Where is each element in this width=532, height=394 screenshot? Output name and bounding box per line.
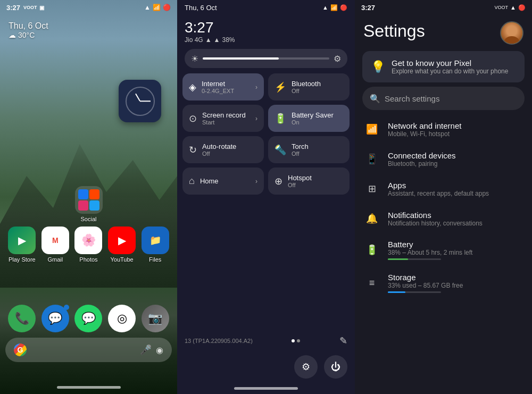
- gmail-label: Gmail: [48, 256, 63, 263]
- settings-item-apps-text: Apps Assistant, recent apps, default app…: [388, 181, 489, 197]
- playstore-label: Play Store: [9, 256, 36, 263]
- qs-page-dots: [292, 339, 300, 342]
- user-avatar[interactable]: [500, 21, 523, 45]
- settings-item-devices[interactable]: 📱 Connected devices Bluetooth, pairing: [355, 144, 532, 174]
- qs-tile-torch-title: Torch: [292, 142, 309, 150]
- settings-item-apps[interactable]: ⊞ Apps Assistant, recent apps, default a…: [355, 174, 532, 204]
- qs-tile-screenrecord-text: Screen record Start: [202, 111, 246, 125]
- qs-edit-icon[interactable]: ✎: [339, 335, 347, 347]
- brightness-fill: [203, 57, 279, 60]
- qs-tile-hotspot[interactable]: ⊕ Hotspot Off: [268, 167, 350, 195]
- files-app[interactable]: 📁 Files: [142, 227, 169, 263]
- qs-dot-2: [297, 339, 300, 342]
- social-folder[interactable]: Social: [75, 186, 103, 222]
- settings-item-notifications[interactable]: 🔔 Notifications Notification history, co…: [355, 204, 532, 233]
- chrome-dock-icon[interactable]: ◎: [108, 305, 136, 332]
- settings-battery-icon: 🔴: [518, 4, 526, 11]
- batterysaver-icon: 🔋: [275, 113, 286, 124]
- qs-date: Thu, 6 Oct: [185, 4, 217, 12]
- qs-power-button[interactable]: ⏻: [324, 355, 347, 379]
- clock-face: [119, 80, 161, 122]
- qs-tile-autorotate-text: Auto-rotate Off: [202, 142, 236, 157]
- promo-text: Get to know your Pixel Explore what you …: [392, 58, 508, 75]
- qs-tile-screenrecord-sub: Start: [202, 119, 246, 125]
- signal-icon: 📶: [153, 4, 161, 11]
- qs-tile-home[interactable]: ⌂ Home ›: [182, 167, 264, 195]
- torch-icon: 🔦: [275, 144, 286, 156]
- photos-icon: 🌸: [74, 227, 102, 254]
- qs-battery-icon: 🔴: [340, 4, 347, 11]
- settings-item-battery[interactable]: 🔋 Battery 38% – About 5 hrs, 2 mins left: [355, 233, 532, 266]
- settings-item-devices-title: Connected devices: [388, 151, 456, 160]
- google-logo: G: [14, 343, 27, 356]
- clock-widget: [119, 80, 161, 122]
- settings-search-bar[interactable]: 🔍 Search settings: [362, 87, 525, 110]
- internet-icon: ◈: [189, 81, 196, 93]
- qs-version: 13 (TP1A.220905.004.A2): [185, 338, 253, 344]
- qs-tile-autorotate[interactable]: ↻ Auto-rotate Off: [182, 136, 264, 163]
- settings-promo-card[interactable]: 💡 Get to know your Pixel Explore what yo…: [362, 51, 525, 82]
- home-date-weather: Thu, 6 Oct ☁ 30°C: [9, 21, 48, 39]
- qs-tile-hotspot-text: Hotspot Off: [288, 174, 312, 188]
- settings-item-notifications-title: Notifications: [388, 211, 483, 220]
- settings-title: Settings: [363, 21, 425, 41]
- twitter-icon: [89, 200, 99, 211]
- qs-tile-internet[interactable]: ◈ Internet 0-2.4G_EXT ›: [182, 73, 264, 100]
- gmail-app[interactable]: M Gmail: [41, 227, 69, 263]
- qs-battery-percent: 38%: [222, 36, 235, 44]
- photos-app[interactable]: 🌸 Photos: [74, 227, 102, 263]
- qs-time: 3:27: [185, 19, 347, 36]
- clock-minute-hand: [140, 100, 151, 102]
- nav-pill: [57, 386, 121, 389]
- playstore-app[interactable]: ▶ Play Store: [8, 227, 36, 263]
- home-status-bar: 3:27 VOOT ▣ ▲ 📶 🔴: [0, 0, 177, 15]
- camera-dock-icon[interactable]: 📷: [142, 305, 169, 332]
- qs-footer-buttons: ⚙ ⏻: [177, 351, 355, 383]
- settings-item-storage[interactable]: ≡ Storage 33% used – 85.67 GB free: [355, 266, 532, 299]
- voot-icon: VOOT: [23, 5, 37, 10]
- qs-tile-internet-text: Internet 0-2.4G_EXT: [202, 80, 234, 94]
- avatar-face: [501, 22, 522, 44]
- lens-icon[interactable]: ◉: [156, 345, 163, 355]
- chevron-right-icon-2: ›: [255, 115, 257, 122]
- phone-dock-icon[interactable]: 📞: [8, 305, 36, 332]
- qs-carrier-name: Jio 4G: [185, 36, 203, 44]
- folder-label: Social: [81, 216, 97, 222]
- settings-item-storage-title: Storage: [388, 273, 463, 282]
- settings-item-devices-sub: Bluetooth, pairing: [388, 160, 456, 167]
- qs-tile-torch[interactable]: 🔦 Torch Off: [268, 136, 350, 163]
- files-icon: 📁: [142, 227, 169, 254]
- youtube-icon: ▶: [108, 227, 136, 254]
- qs-tile-internet-title: Internet: [202, 80, 234, 88]
- svg-point-0: [508, 26, 516, 35]
- bluetooth-icon: ⚡: [275, 81, 286, 93]
- qs-tile-screenrecord[interactable]: ⊙ Screen record Start ›: [182, 105, 264, 132]
- qs-nav-pill: [234, 387, 298, 390]
- brightness-track[interactable]: [203, 57, 329, 60]
- messages-dock-icon[interactable]: 💬: [41, 305, 69, 332]
- hotspot-icon: ⊕: [275, 175, 282, 187]
- mic-icon[interactable]: 🎤: [140, 344, 152, 356]
- qs-tile-batterysaver[interactable]: 🔋 Battery Saver On: [268, 105, 350, 132]
- settings-header: Settings: [355, 15, 532, 49]
- whatsapp-dock-icon[interactable]: 💬: [74, 305, 102, 332]
- settings-item-apps-sub: Assistant, recent apps, default apps: [388, 190, 489, 197]
- files-label: Files: [149, 256, 161, 263]
- google-search-bar[interactable]: G 🎤 ◉: [5, 338, 172, 362]
- settings-gear-icon[interactable]: ⚙: [334, 54, 341, 64]
- youtube-app[interactable]: ▶ YouTube: [108, 227, 136, 263]
- home-time: 3:27 VOOT ▣: [6, 4, 44, 12]
- settings-item-network-sub: Mobile, Wi-Fi, hotspot: [388, 130, 461, 138]
- svg-point-1: [504, 36, 519, 44]
- qs-settings-button[interactable]: ⚙: [294, 355, 318, 379]
- notifications-icon: 🔔: [363, 210, 380, 227]
- settings-item-devices-text: Connected devices Bluetooth, pairing: [388, 151, 456, 167]
- settings-status-icons: VOOT ▲ 🔴: [495, 4, 526, 11]
- settings-item-battery-sub: 38% – About 5 hrs, 2 mins left: [388, 249, 472, 256]
- qs-tile-bluetooth[interactable]: ⚡ Bluetooth Off: [268, 73, 350, 100]
- settings-item-network[interactable]: 📶 Network and internet Mobile, Wi-Fi, ho…: [355, 114, 532, 144]
- home-status-icons: ▲ 📶 🔴: [144, 4, 171, 11]
- brightness-icon: ☀: [191, 54, 198, 64]
- facebook-icon: [78, 189, 88, 199]
- screenrecord-icon: ⊙: [189, 113, 197, 124]
